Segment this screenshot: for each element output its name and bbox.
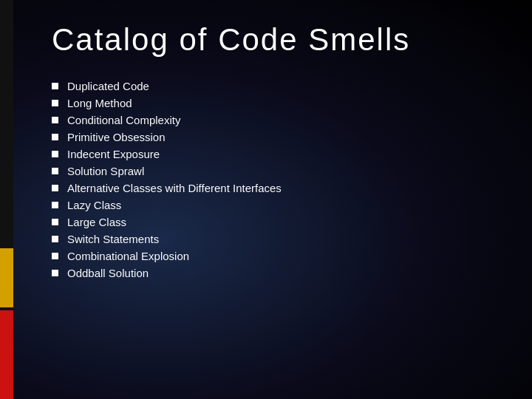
list-item: Oddball Solution bbox=[52, 267, 502, 279]
bullet-square-icon bbox=[52, 117, 58, 123]
list-item: Large Class bbox=[52, 216, 502, 228]
bullet-list: Duplicated CodeLong MethodConditional Co… bbox=[52, 80, 502, 279]
list-item: Indecent Exposure bbox=[52, 148, 502, 160]
list-item-label: Indecent Exposure bbox=[67, 148, 160, 160]
list-item: Primitive Obsession bbox=[52, 131, 502, 143]
bullet-square-icon bbox=[52, 168, 58, 174]
list-item-label: Duplicated Code bbox=[67, 80, 149, 92]
bullet-square-icon bbox=[52, 219, 58, 225]
bullet-square-icon bbox=[52, 83, 58, 89]
list-item: Combinational Explosion bbox=[52, 250, 502, 262]
list-item-label: Switch Statements bbox=[67, 233, 159, 245]
list-item-label: Long Method bbox=[67, 97, 132, 109]
list-item: Switch Statements bbox=[52, 233, 502, 245]
list-item-label: Combinational Explosion bbox=[67, 250, 189, 262]
list-item-label: Lazy Class bbox=[67, 199, 121, 211]
left-sidebar-bar bbox=[0, 0, 13, 399]
list-item: Lazy Class bbox=[52, 199, 502, 211]
bullet-square-icon bbox=[52, 185, 58, 191]
page-title: Catalog of Code Smells bbox=[52, 22, 502, 58]
bullet-square-icon bbox=[52, 253, 58, 259]
list-item-label: Large Class bbox=[67, 216, 126, 228]
bullet-square-icon bbox=[52, 151, 58, 157]
sidebar-red-segment bbox=[0, 310, 13, 399]
bullet-square-icon bbox=[52, 134, 58, 140]
list-item: Long Method bbox=[52, 97, 502, 109]
list-item-label: Alternative Classes with Different Inter… bbox=[67, 182, 282, 194]
list-item: Solution Sprawl bbox=[52, 165, 502, 177]
list-item-label: Conditional Complexity bbox=[67, 114, 180, 126]
main-content: Catalog of Code Smells Duplicated CodeLo… bbox=[22, 0, 532, 399]
sidebar-yellow-segment bbox=[0, 248, 13, 307]
list-item-label: Oddball Solution bbox=[67, 267, 149, 279]
list-item: Duplicated Code bbox=[52, 80, 502, 92]
bullet-square-icon bbox=[52, 202, 58, 208]
bullet-square-icon bbox=[52, 100, 58, 106]
bullet-square-icon bbox=[52, 236, 58, 242]
list-item-label: Solution Sprawl bbox=[67, 165, 144, 177]
list-item: Alternative Classes with Different Inter… bbox=[52, 182, 502, 194]
bullet-square-icon bbox=[52, 270, 58, 276]
list-item: Conditional Complexity bbox=[52, 114, 502, 126]
list-item-label: Primitive Obsession bbox=[67, 131, 166, 143]
